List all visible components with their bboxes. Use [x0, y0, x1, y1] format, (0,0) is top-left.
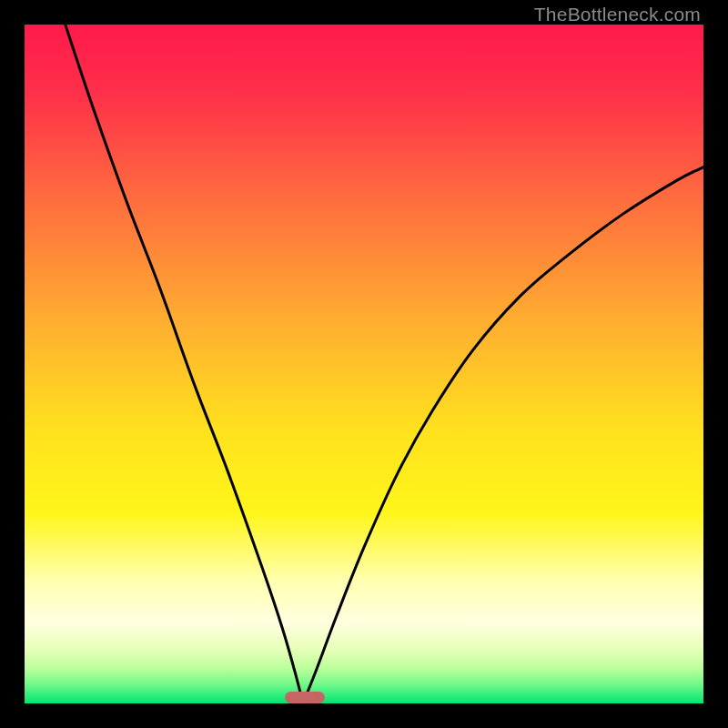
curve-left-branch	[66, 25, 303, 703]
watermark-text: TheBottleneck.com	[534, 4, 701, 25]
curve-right-branch	[303, 167, 703, 703]
outer-frame: { "watermark": "TheBottleneck.com", "plo…	[0, 0, 728, 728]
bottleneck-curve	[25, 25, 703, 703]
optimal-marker	[285, 692, 325, 703]
plot-area	[25, 25, 703, 703]
